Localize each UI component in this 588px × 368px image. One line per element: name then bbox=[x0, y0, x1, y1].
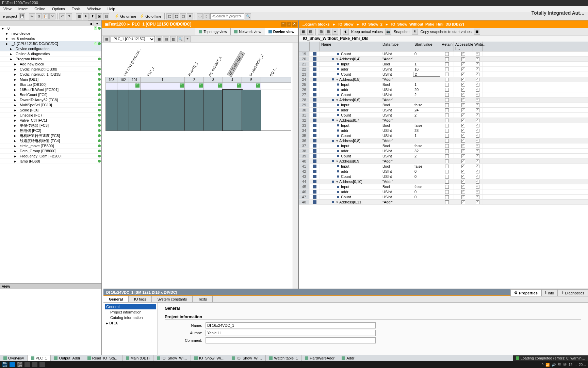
tab-device[interactable]: Device view bbox=[265, 28, 298, 35]
crumb-ioshow2[interactable]: IO_Show_2 bbox=[362, 22, 382, 26]
tree-item[interactable]: ▸DwordToArray32 [FC8] bbox=[0, 97, 101, 103]
tab-diagnostics[interactable]: ⚕Diagnostics bbox=[558, 289, 588, 296]
db-row[interactable]: 20▾Address[0,4]"Addr" bbox=[299, 57, 588, 62]
menu-insert[interactable]: Insert bbox=[15, 6, 31, 12]
app6-icon[interactable] bbox=[39, 362, 45, 367]
rack-module[interactable] bbox=[185, 90, 204, 131]
rack-module[interactable] bbox=[223, 90, 242, 131]
redo-icon[interactable]: ↷ bbox=[66, 13, 72, 19]
search-go-icon[interactable]: 🔍 bbox=[245, 13, 251, 19]
tab-network[interactable]: Network view bbox=[230, 28, 265, 35]
tool2-icon[interactable]: ▢ bbox=[166, 13, 173, 19]
rack-module[interactable] bbox=[117, 90, 129, 131]
db-btn2-icon[interactable]: ▤ bbox=[307, 29, 313, 35]
device-btn1-icon[interactable]: ▦ bbox=[103, 36, 110, 42]
db-row[interactable]: 45InputBoolfalse bbox=[299, 184, 588, 189]
editor-tab[interactable]: Overview bbox=[0, 355, 28, 361]
plc-selector[interactable]: PLC_1 [CPU 1215C] bbox=[111, 36, 155, 42]
db-row[interactable]: 32▾Address[0,7]"Addr" bbox=[299, 118, 588, 123]
tree-item[interactable]: ▸单侧传感器 [FC3] bbox=[0, 123, 101, 128]
tray-vol-icon[interactable]: 🔊 bbox=[552, 363, 556, 367]
editor-tab[interactable]: Watch table_1 bbox=[266, 355, 301, 361]
rack-module[interactable] bbox=[129, 90, 141, 131]
db-row[interactable]: 28▾Address[0,6]"Addr" bbox=[299, 97, 588, 103]
minimize-icon[interactable]: − bbox=[281, 22, 286, 27]
crumb-ioshow[interactable]: IO Show bbox=[339, 22, 354, 26]
tree-item[interactable]: ▸Unscale [FC7] bbox=[0, 113, 101, 118]
editor-tab[interactable]: IO_Show_Wi… bbox=[153, 355, 191, 361]
db-row[interactable]: 34addrUSInt28 bbox=[299, 128, 588, 133]
db-row[interactable]: 46addrUSInt0 bbox=[299, 189, 588, 195]
tree-item[interactable]: ▸circle_move [FB500] bbox=[0, 143, 101, 149]
zoom2-icon[interactable]: ± bbox=[184, 36, 191, 42]
rack-module[interactable] bbox=[242, 90, 261, 131]
db-btn1-icon[interactable]: ▦ bbox=[300, 29, 306, 35]
ime-method[interactable]: 拼 bbox=[563, 362, 567, 367]
tree-item[interactable]: ▸BoolCount [FC9] bbox=[0, 92, 101, 97]
crumb-project[interactable]: Test1200 bbox=[109, 22, 126, 27]
layout2-icon[interactable]: ▯ bbox=[203, 13, 210, 19]
db-row[interactable]: 41InputBoolfalse bbox=[299, 164, 588, 169]
db-btn4-icon[interactable]: ▥ bbox=[325, 29, 331, 35]
props-tab-system-constants[interactable]: System constants bbox=[152, 296, 193, 302]
project-tree[interactable]: ▸0▸ new device▸es & networks▸_1 [CPU 121… bbox=[0, 26, 101, 283]
db-row[interactable]: 24▾Address[0,5]"Addr" bbox=[299, 77, 588, 82]
editor-tab[interactable]: Main (OB1) bbox=[122, 355, 153, 361]
search-input[interactable] bbox=[210, 13, 244, 19]
close-icon[interactable]: ✕ bbox=[292, 22, 297, 27]
zoom-icon[interactable]: 🔍 bbox=[177, 36, 183, 42]
editor-tab[interactable]: Read_IO_Sta… bbox=[84, 355, 122, 361]
layout1-icon[interactable]: ▭ bbox=[197, 13, 203, 19]
tree-item[interactable]: ▸电机转速转线速度 [FC5] bbox=[0, 133, 101, 138]
tray-up-icon[interactable]: ^ bbox=[542, 363, 543, 367]
nav-di16[interactable]: ▸ DI 16 bbox=[105, 320, 156, 326]
tab-info[interactable]: ℹInfo bbox=[541, 289, 558, 296]
maximize-icon[interactable]: □ bbox=[287, 22, 291, 27]
editor-tab[interactable]: IO_Show_Wi… bbox=[228, 355, 266, 361]
db-btn6-icon[interactable]: ◐ bbox=[343, 29, 349, 35]
editor-tab[interactable]: Addr bbox=[338, 355, 358, 361]
tray-net-icon[interactable]: 📶 bbox=[545, 363, 550, 367]
db-row[interactable]: 23CountUSInt2 bbox=[299, 72, 588, 77]
paste-icon[interactable]: 📋 bbox=[43, 13, 49, 19]
db-row[interactable]: 31CountUSInt2 bbox=[299, 113, 588, 118]
copy-snap-button[interactable]: Copy snapshots to start values bbox=[419, 30, 473, 34]
tool3-icon[interactable]: ▢ bbox=[173, 13, 179, 19]
name-input[interactable] bbox=[206, 322, 376, 328]
menu-help[interactable]: Help bbox=[104, 6, 119, 12]
keep-values-button[interactable]: Keep actual values bbox=[350, 30, 384, 34]
tia-icon[interactable]: TIAV15 bbox=[2, 362, 7, 367]
tree-item[interactable]: ▸lamp [FB60] bbox=[0, 159, 101, 164]
tree-item[interactable]: ▸Data_Group [FB8000] bbox=[0, 149, 101, 154]
tool4-icon[interactable]: ▢ bbox=[180, 13, 186, 19]
menu-view[interactable]: View bbox=[0, 6, 15, 12]
tree-item[interactable]: ▸ new device bbox=[0, 31, 101, 36]
props-tab-texts[interactable]: Texts bbox=[193, 296, 213, 302]
crumb-plc[interactable]: PLC_1 [CPU 1215C DC/DC/DC] bbox=[132, 22, 191, 27]
db-row[interactable]: 42addrUSInt0 bbox=[299, 169, 588, 174]
db-btn9-icon[interactable]: ▣ bbox=[474, 29, 480, 35]
device-btn4-icon[interactable]: ▥ bbox=[170, 36, 176, 42]
db-row[interactable]: 29InputBoolfalse bbox=[299, 103, 588, 108]
db-row[interactable]: 27CountUSInt2 bbox=[299, 92, 588, 97]
tree-item[interactable]: ▸Cyclic interrupt_1 [OB35] bbox=[0, 72, 101, 77]
db-row[interactable]: 39CountUSInt2 bbox=[299, 154, 588, 159]
save-icon[interactable]: 💾 bbox=[19, 13, 25, 19]
undo-icon[interactable]: ↶ bbox=[59, 13, 65, 19]
tree-item[interactable]: ▸Device configuration bbox=[0, 46, 101, 51]
app4-icon[interactable] bbox=[24, 362, 30, 367]
device-btn2-icon[interactable]: ▦ bbox=[156, 36, 162, 42]
sim-icon[interactable]: ▣ bbox=[96, 13, 102, 19]
db-row[interactable]: 38addrUSInt32 bbox=[299, 149, 588, 154]
copy-snap-icon[interactable]: ⎘ bbox=[412, 29, 418, 35]
db-row[interactable]: 37InputBoolfalse bbox=[299, 143, 588, 149]
db-btn3-icon[interactable]: ▥ bbox=[318, 29, 324, 35]
tab-properties[interactable]: ⚙Properties bbox=[510, 289, 541, 296]
cut-icon[interactable]: ✂ bbox=[29, 13, 35, 19]
nav-catalog-info[interactable]: Catalog information bbox=[105, 315, 156, 320]
tree-item[interactable]: ▸MultiSpdSel [FC10] bbox=[0, 103, 101, 108]
crumb-blocks[interactable]: …ogram blocks bbox=[301, 22, 330, 26]
db-row[interactable]: 33InputBoolfalse bbox=[299, 123, 588, 128]
snapshot-icon[interactable]: 📷 bbox=[385, 29, 391, 35]
rack-module[interactable] bbox=[141, 90, 185, 131]
